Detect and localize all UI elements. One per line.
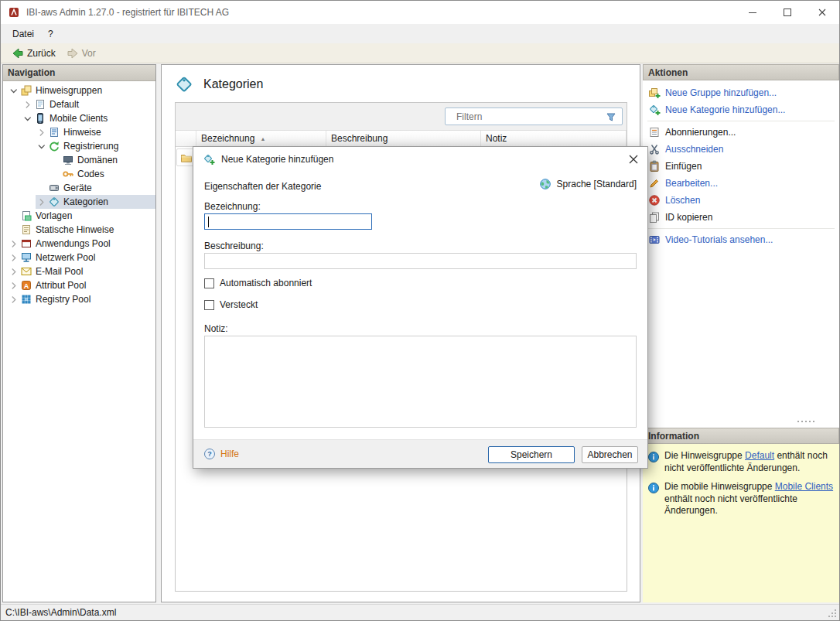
- tree-item-mobile-clients[interactable]: Mobile Clients: [22, 111, 155, 125]
- column-header-beschreibung[interactable]: Beschreibung: [326, 131, 481, 146]
- chevron-right-icon[interactable]: [36, 196, 47, 208]
- save-button[interactable]: Speichern: [488, 446, 575, 463]
- cancel-button[interactable]: Abbrechen: [582, 446, 638, 463]
- chevron-spacer: [8, 224, 19, 236]
- tree-item-codes[interactable]: Codes: [50, 167, 155, 181]
- tree-item-hinweise[interactable]: Hinweise: [36, 125, 155, 139]
- separator: [647, 228, 835, 229]
- tree-row: Geräte: [3, 181, 155, 195]
- network-icon: [20, 251, 32, 264]
- titlebar: IBI-aws Admin 1.27.0 - registriert für I…: [1, 1, 839, 24]
- tree-item-attribut-pool[interactable]: AAttribut Pool: [8, 278, 155, 292]
- info-icon: [647, 482, 660, 494]
- chevron-right-icon[interactable]: [8, 252, 19, 264]
- domain-icon: [62, 154, 74, 166]
- tree-item-anwendungs-pool[interactable]: Anwendungs Pool: [8, 237, 155, 251]
- column-label: Bezeichnung: [201, 133, 254, 144]
- separator: [647, 121, 835, 121]
- info-text: Die mobile Hinweisgruppe Mobile Clients …: [664, 481, 835, 517]
- panel-splitter-grip[interactable]: [797, 421, 814, 422]
- tree-row: Mobile Clients: [3, 111, 155, 125]
- chevron-spacer: [50, 169, 61, 180]
- information-panel: Information Die Hinweisgruppe Default en…: [643, 428, 839, 602]
- chevron-down-icon[interactable]: [22, 113, 33, 125]
- back-button[interactable]: Zurück: [7, 46, 60, 61]
- chevron-right-icon[interactable]: [8, 294, 19, 305]
- info-text: Die Hinweisgruppe Default enthält noch n…: [664, 450, 835, 474]
- action-video-tutorials-ansehen[interactable]: Video-Tutorials ansehen...: [643, 231, 839, 248]
- chevron-right-icon[interactable]: [22, 99, 33, 111]
- tree-item-ger-te[interactable]: Geräte: [36, 181, 155, 195]
- action-l-schen[interactable]: Löschen: [643, 192, 839, 209]
- language-selector[interactable]: Sprache [Standard]: [539, 178, 637, 190]
- tree-item-registrierung[interactable]: Registrierung: [36, 139, 155, 153]
- filter-icon[interactable]: [605, 111, 617, 123]
- info-text-prefix: Die Hinweisgruppe: [664, 450, 745, 461]
- versteckt-checkbox[interactable]: [204, 300, 214, 310]
- key-icon: [62, 168, 74, 180]
- chevron-right-icon[interactable]: [8, 280, 19, 292]
- notes-group-icon: [20, 84, 32, 97]
- column-header-notiz[interactable]: Notiz: [481, 131, 627, 146]
- tree-item-vorlagen[interactable]: Vorlagen: [8, 209, 155, 223]
- notiz-textarea[interactable]: [204, 336, 637, 428]
- action-bearbeiten[interactable]: Bearbeiten...: [643, 175, 839, 192]
- window-resize-grip[interactable]: [827, 608, 838, 619]
- versteckt-label: Versteckt: [220, 299, 258, 310]
- minimize-button[interactable]: [735, 1, 770, 23]
- action-ausschneiden[interactable]: Ausschneiden: [643, 141, 839, 158]
- info-link-mobile-clients[interactable]: Mobile Clients: [775, 481, 833, 492]
- tree-item-registry-pool[interactable]: Registry Pool: [8, 292, 155, 306]
- close-button[interactable]: [804, 1, 839, 23]
- column-header-icon[interactable]: [176, 131, 196, 146]
- sort-ascending-icon: ▲: [260, 136, 265, 142]
- refresh-icon: [48, 140, 60, 152]
- bezeichnung-input[interactable]: [204, 213, 372, 230]
- info-item: Die mobile Hinweisgruppe Mobile Clients …: [647, 481, 835, 517]
- tree-item-label: Vorlagen: [36, 210, 75, 222]
- page-title-row: Kategorien: [174, 74, 263, 94]
- tree-item-label: Registry Pool: [36, 293, 94, 305]
- tree-row: E-Mail Pool: [3, 264, 155, 278]
- action-abonnierungen[interactable]: Abonnierungen...: [643, 124, 839, 141]
- menu-help[interactable]: ?: [41, 26, 60, 42]
- dialog-titlebar: Neue Kategorie hinzufügen: [193, 147, 647, 172]
- action-neue-kategorie-hinzuf-gen[interactable]: Neue Kategorie hinzufügen...: [643, 101, 839, 118]
- help-link[interactable]: ? Hilfe: [203, 448, 239, 460]
- beschreibung-input[interactable]: [204, 253, 637, 269]
- video-icon: [648, 234, 661, 246]
- automatisch-abonniert-checkbox[interactable]: [204, 278, 214, 288]
- tree-item-hinweisgruppen[interactable]: Hinweisgruppen: [8, 84, 155, 97]
- filter-input[interactable]: [446, 111, 605, 122]
- static-note-icon: [20, 223, 32, 236]
- action-einf-gen[interactable]: Einfügen: [643, 158, 839, 175]
- tree-row: Statische Hinweise: [3, 223, 155, 237]
- tree-item-default[interactable]: Default: [22, 97, 155, 111]
- automatisch-abonniert-row: Automatisch abonniert: [204, 278, 312, 288]
- tree-item-dom-nen[interactable]: Domänen: [50, 153, 155, 167]
- tree-item-netzwerk-pool[interactable]: Netzwerk Pool: [8, 251, 155, 264]
- menu-datei[interactable]: Datei: [5, 26, 41, 42]
- action-id-kopieren[interactable]: ID kopieren: [643, 209, 839, 226]
- chevron-right-icon[interactable]: [8, 238, 19, 250]
- chevron-right-icon[interactable]: [8, 266, 19, 278]
- tree-item-label: Kategorien: [63, 196, 111, 208]
- chevron-down-icon[interactable]: [36, 141, 47, 152]
- tree-item-kategorien[interactable]: Kategorien: [36, 195, 155, 209]
- chevron-down-icon[interactable]: [8, 85, 19, 97]
- info-link-default[interactable]: Default: [745, 450, 774, 461]
- tree-item-statische-hinweise[interactable]: Statische Hinweise: [8, 223, 155, 237]
- notiz-label: Notiz:: [204, 323, 228, 334]
- tag-add-icon: [203, 153, 215, 165]
- close-icon[interactable]: [627, 153, 640, 165]
- column-header-bezeichnung[interactable]: Bezeichnung▲: [196, 131, 326, 146]
- note-icon: [34, 98, 46, 111]
- forward-button[interactable]: Vor: [62, 46, 101, 61]
- chevron-right-icon[interactable]: [36, 127, 47, 138]
- tree-item-label: Anwendungs Pool: [36, 237, 114, 250]
- tree-item-e-mail-pool[interactable]: E-Mail Pool: [8, 264, 155, 278]
- tree-row: Codes: [3, 167, 155, 181]
- maximize-button[interactable]: [770, 1, 804, 23]
- minimize-icon: [746, 6, 759, 19]
- action-neue-gruppe-hinzuf-gen[interactable]: Neue Gruppe hinzufügen...: [643, 84, 839, 101]
